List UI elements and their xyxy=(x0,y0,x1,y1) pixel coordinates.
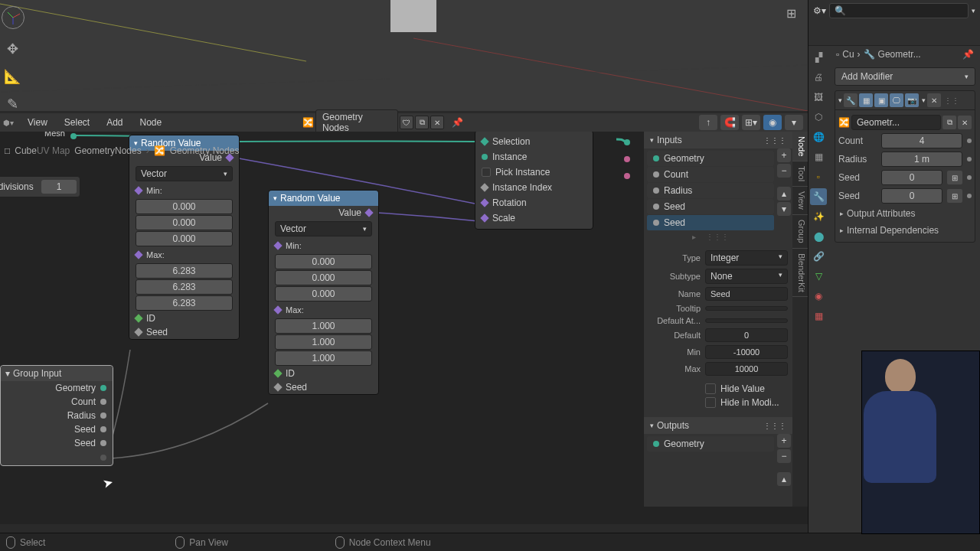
group-input-header[interactable]: ▾Group Input xyxy=(1,366,113,381)
outputs-panel-header[interactable]: ▾Outputs⋮⋮⋮ xyxy=(644,417,792,434)
mesh-output-socket[interactable] xyxy=(70,133,77,139)
min-field[interactable]: -10000 xyxy=(705,345,788,359)
radius-value[interactable]: 1 m xyxy=(881,152,962,167)
add-input-button[interactable]: + xyxy=(777,148,791,162)
grip-icon[interactable]: ⋮⋮ xyxy=(944,96,959,105)
overlay-toggle[interactable]: ◉ xyxy=(763,115,782,130)
mod-tree-name[interactable]: Geometr... xyxy=(851,115,941,130)
output-item-geometry[interactable]: Geometry xyxy=(647,436,774,452)
default-field[interactable]: 0 xyxy=(705,328,788,342)
pin-icon[interactable]: 📌 xyxy=(962,49,974,60)
remove-input-button[interactable]: − xyxy=(777,164,791,178)
hide-value-check[interactable] xyxy=(705,383,716,394)
input-item-seed-2[interactable]: Seed xyxy=(647,215,774,230)
tab-group[interactable]: Group xyxy=(792,215,808,249)
max-x[interactable]: 6.283 xyxy=(136,263,233,279)
max-z[interactable]: 6.283 xyxy=(136,295,233,311)
value-socket[interactable] xyxy=(364,208,373,217)
seed-socket-1[interactable] xyxy=(100,426,106,432)
options-icon[interactable]: ▾ xyxy=(972,7,975,15)
collapse-icon[interactable]: ▾ xyxy=(273,194,277,202)
menu-select[interactable]: Select xyxy=(61,116,93,129)
min-y[interactable]: 0.000 xyxy=(136,215,233,230)
max-y[interactable]: 1.000 xyxy=(275,334,372,350)
props-search[interactable]: 🔍 xyxy=(829,3,969,18)
min-x[interactable]: 0.000 xyxy=(275,254,372,269)
inputs-panel-header[interactable]: ▾Inputs⋮⋮⋮ xyxy=(644,132,792,148)
tab-texture[interactable]: ▦ xyxy=(810,308,827,324)
scale-socket[interactable] xyxy=(480,214,488,222)
tooltip-field[interactable] xyxy=(705,306,788,311)
tab-physics[interactable]: ⬤ xyxy=(810,228,827,245)
instance-socket[interactable] xyxy=(482,154,488,160)
cursor-tool[interactable]: ✥ xyxy=(2,38,23,60)
min-z[interactable]: 0.000 xyxy=(275,286,372,302)
collapse-icon[interactable]: ▾ xyxy=(838,96,842,104)
pick-instance-check[interactable] xyxy=(482,168,491,177)
datatype-select[interactable]: Vector▾ xyxy=(136,166,233,181)
bc-subtree[interactable]: Geometry Nodes xyxy=(170,145,240,156)
tab-modifier[interactable]: 🔧 xyxy=(810,188,827,205)
duplicate-tree-button[interactable]: ⧉ xyxy=(415,116,429,129)
bc-tree[interactable]: GeometryNodes xyxy=(74,145,141,156)
mod-delete[interactable]: ✕ xyxy=(927,93,941,107)
anim-dot[interactable] xyxy=(967,175,972,180)
node-header-random2[interactable]: ▾Random Value xyxy=(269,191,378,206)
attr-toggle[interactable]: ⊞ xyxy=(947,189,962,203)
type-select[interactable]: Integer▾ xyxy=(705,250,788,266)
mod-menu-icon[interactable]: ▾ xyxy=(922,96,926,104)
count-socket[interactable] xyxy=(100,399,106,405)
move-up-output[interactable]: ▴ xyxy=(777,472,791,486)
move-down-button[interactable]: ▾ xyxy=(777,202,791,216)
tab-material[interactable]: ◉ xyxy=(810,288,827,305)
overlay-menu[interactable]: ▾ xyxy=(785,115,803,130)
seed-socket[interactable] xyxy=(134,328,142,336)
mod-toggle-3[interactable]: 🖵 xyxy=(890,93,903,107)
node-group-input[interactable]: ▾Group Input Geometry Count Radius Seed … xyxy=(0,365,113,466)
seed-socket-2[interactable] xyxy=(100,440,106,446)
collapse-icon[interactable]: ▾ xyxy=(5,368,10,379)
input-item-radius[interactable]: Radius xyxy=(647,183,774,198)
tab-object[interactable]: ▫ xyxy=(810,168,827,185)
max-socket[interactable] xyxy=(134,250,142,259)
menu-view[interactable]: View xyxy=(24,116,51,129)
max-field[interactable]: 10000 xyxy=(705,362,788,376)
menu-add[interactable]: Add xyxy=(103,116,126,129)
tab-node[interactable]: Node xyxy=(792,132,808,161)
tab-constraints[interactable]: 🔗 xyxy=(810,248,827,265)
subdivisions-field[interactable]: idivisions 1 xyxy=(0,176,80,197)
geometry-socket[interactable] xyxy=(100,385,106,391)
max-x[interactable]: 1.000 xyxy=(275,318,372,334)
index-socket[interactable] xyxy=(480,183,488,191)
min-socket[interactable] xyxy=(134,186,142,194)
remove-output-button[interactable]: − xyxy=(777,449,791,463)
tab-view[interactable]: View xyxy=(792,187,808,215)
anim-dot[interactable] xyxy=(967,139,972,143)
selection-socket[interactable] xyxy=(480,137,488,145)
mod-toggle-4[interactable]: 📷 xyxy=(905,93,919,107)
add-modifier-button[interactable]: Add Modifier▾ xyxy=(835,67,975,86)
max-y[interactable]: 6.283 xyxy=(136,279,233,295)
mod-toggle-1[interactable]: ▦ xyxy=(859,93,873,107)
tab-tool[interactable]: Tool xyxy=(792,161,808,187)
tab-data-mesh[interactable]: ▽ xyxy=(810,268,827,285)
anim-dot[interactable] xyxy=(967,157,972,161)
snap-menu[interactable]: ⊞▾ xyxy=(742,115,760,130)
expand-icon[interactable]: ▸ ⋮⋮⋮ xyxy=(647,231,774,243)
mod-tree-unlink[interactable]: ✕ xyxy=(958,116,972,129)
node-random-value-2[interactable]: ▾Random Value Value Vector▾ Min: 0.000 0… xyxy=(268,190,379,395)
count-value[interactable]: 4 xyxy=(881,133,962,148)
tab-render[interactable]: ▞ xyxy=(810,49,827,66)
tab-collection[interactable]: ▦ xyxy=(810,148,827,165)
virtual-socket[interactable] xyxy=(100,455,106,461)
hide-mod-check[interactable] xyxy=(705,397,716,408)
panel-menu-icon[interactable]: ⋮⋮⋮ xyxy=(763,422,786,430)
tab-particles[interactable]: ✨ xyxy=(810,208,827,225)
out-socket-2[interactable] xyxy=(624,156,630,162)
max-socket[interactable] xyxy=(273,305,282,314)
pin-icon[interactable]: 📌 xyxy=(452,117,463,128)
fake-user-button[interactable]: 🛡 xyxy=(400,116,413,129)
min-y[interactable]: 0.000 xyxy=(275,270,372,285)
subtype-select[interactable]: None▾ xyxy=(705,269,788,284)
node-random-value-1[interactable]: ▾Random Value Value Vector▾ Min: 0.000 0… xyxy=(129,135,240,340)
